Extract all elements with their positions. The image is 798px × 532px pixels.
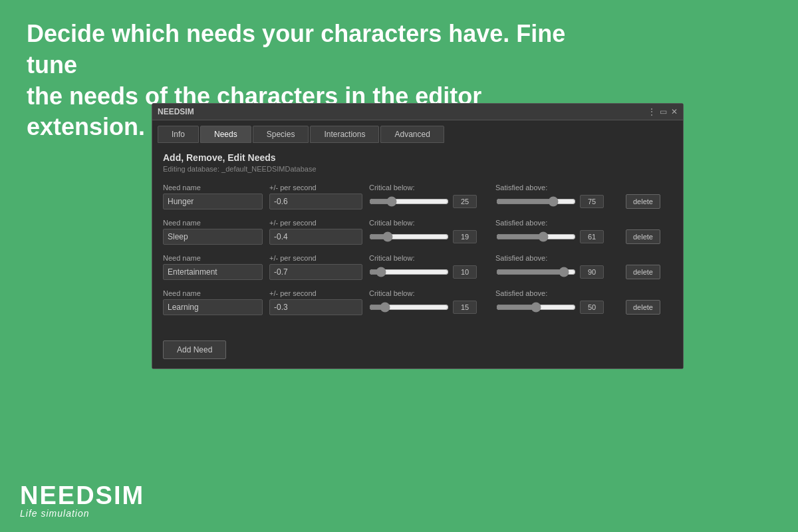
critical-below-value: 10 (453, 265, 477, 279)
critical-below-value: 15 (453, 301, 477, 314)
delete-need-button[interactable]: delete (626, 194, 660, 209)
need-row-inputs: 19 61 delete (163, 229, 672, 245)
branding: NEEDSIM Life simulation (20, 483, 144, 519)
need-row: Need name +/- per second Critical below:… (163, 289, 672, 315)
need-row-labels: Need name +/- per second Critical below:… (163, 254, 672, 262)
label-critical-below: Critical below: (369, 219, 495, 227)
label-satisfied-above: Satisfied above: (495, 254, 622, 262)
satisfied-above-value: 75 (580, 195, 604, 208)
hero-line1: Decide which needs your characters have.… (27, 20, 565, 78)
need-row-labels: Need name +/- per second Critical below:… (163, 219, 672, 227)
label-satisfied-above: Satisfied above: (495, 219, 622, 227)
critical-below-slider[interactable] (369, 231, 449, 242)
tab-species[interactable]: Species (253, 126, 309, 143)
satisfied-above-slider[interactable] (496, 302, 576, 313)
satisfied-above-slider[interactable] (496, 267, 576, 277)
need-row: Need name +/- per second Critical below:… (163, 184, 672, 209)
brand-sub: Life simulation (20, 508, 144, 519)
window-controls: ⋮ ▭ ✕ (648, 107, 678, 116)
satisfied-above-group: 75 (496, 195, 619, 208)
critical-below-value: 19 (453, 230, 477, 243)
delete-need-button[interactable]: delete (626, 229, 660, 244)
label-satisfied-above: Satisfied above: (495, 289, 622, 297)
need-row: Need name +/- per second Critical below:… (163, 219, 672, 245)
need-row-inputs: 10 90 delete (163, 264, 672, 280)
label-need-name: Need name (163, 184, 269, 192)
per-second-field[interactable] (269, 229, 362, 245)
need-name-input[interactable] (163, 264, 263, 280)
label-need-name: Need name (163, 289, 269, 297)
section-subtitle: Editing database: _default_NEEDSIMDataba… (163, 165, 672, 173)
per-second-input[interactable] (269, 194, 362, 209)
add-need-button[interactable]: Add Need (163, 340, 226, 359)
need-row-inputs: 15 50 delete (163, 299, 672, 315)
label-need-name: Need name (163, 219, 269, 227)
section-title: Add, Remove, Edit Needs (163, 152, 672, 163)
critical-below-slider[interactable] (369, 302, 449, 313)
label-critical-below: Critical below: (369, 254, 495, 262)
need-name-field[interactable] (163, 264, 263, 280)
need-name-field[interactable] (163, 194, 263, 209)
need-name-input[interactable] (163, 229, 263, 245)
satisfied-above-value: 90 (580, 265, 604, 279)
critical-below-slider[interactable] (369, 267, 449, 277)
critical-below-group: 19 (369, 230, 492, 243)
tab-bar: Info Needs Species Interactions Advanced (152, 120, 683, 143)
satisfied-above-group: 50 (496, 301, 619, 314)
critical-below-slider[interactable] (369, 196, 449, 207)
per-second-input[interactable] (269, 264, 362, 280)
needsim-window: NEEDSIM ⋮ ▭ ✕ Info Needs Species Interac… (152, 103, 684, 369)
delete-need-button[interactable]: delete (626, 300, 660, 315)
per-second-input[interactable] (269, 299, 362, 315)
tab-advanced[interactable]: Advanced (380, 126, 444, 143)
need-row-labels: Need name +/- per second Critical below:… (163, 289, 672, 297)
per-second-input[interactable] (269, 229, 362, 245)
content-area: Add, Remove, Edit Needs Editing database… (152, 143, 683, 334)
bottom-bar: Add Need (152, 334, 683, 368)
satisfied-above-group: 61 (496, 230, 619, 243)
satisfied-above-value: 61 (580, 230, 604, 243)
titlebar: NEEDSIM ⋮ ▭ ✕ (152, 104, 683, 120)
need-name-field[interactable] (163, 299, 263, 315)
label-per-second: +/- per second (269, 184, 369, 192)
need-name-input[interactable] (163, 299, 263, 315)
critical-below-group: 25 (369, 195, 492, 208)
per-second-field[interactable] (269, 264, 362, 280)
critical-below-value: 25 (453, 195, 477, 208)
close-icon[interactable]: ✕ (671, 107, 678, 116)
need-row-inputs: 25 75 delete (163, 194, 672, 209)
label-per-second: +/- per second (269, 219, 369, 227)
satisfied-above-slider[interactable] (496, 231, 576, 242)
tab-needs[interactable]: Needs (200, 126, 251, 143)
brand-name: NEEDSIM (20, 483, 144, 508)
per-second-field[interactable] (269, 299, 362, 315)
label-critical-below: Critical below: (369, 289, 495, 297)
need-row-labels: Need name +/- per second Critical below:… (163, 184, 672, 192)
need-name-input[interactable] (163, 194, 263, 209)
label-satisfied-above: Satisfied above: (495, 184, 622, 192)
need-row: Need name +/- per second Critical below:… (163, 254, 672, 280)
label-per-second: +/- per second (269, 254, 369, 262)
label-per-second: +/- per second (269, 289, 369, 297)
maximize-icon[interactable]: ▭ (660, 107, 667, 116)
per-second-field[interactable] (269, 194, 362, 209)
more-icon[interactable]: ⋮ (648, 107, 656, 116)
satisfied-above-group: 90 (496, 265, 619, 279)
tab-info[interactable]: Info (158, 126, 199, 143)
satisfied-above-slider[interactable] (496, 196, 576, 207)
critical-below-group: 10 (369, 265, 492, 279)
satisfied-above-value: 50 (580, 301, 604, 314)
critical-below-group: 15 (369, 301, 492, 314)
delete-need-button[interactable]: delete (626, 265, 660, 279)
tab-interactions[interactable]: Interactions (310, 126, 379, 143)
need-name-field[interactable] (163, 229, 263, 245)
label-need-name: Need name (163, 254, 269, 262)
label-critical-below: Critical below: (369, 184, 495, 192)
window-title: NEEDSIM (158, 107, 194, 116)
